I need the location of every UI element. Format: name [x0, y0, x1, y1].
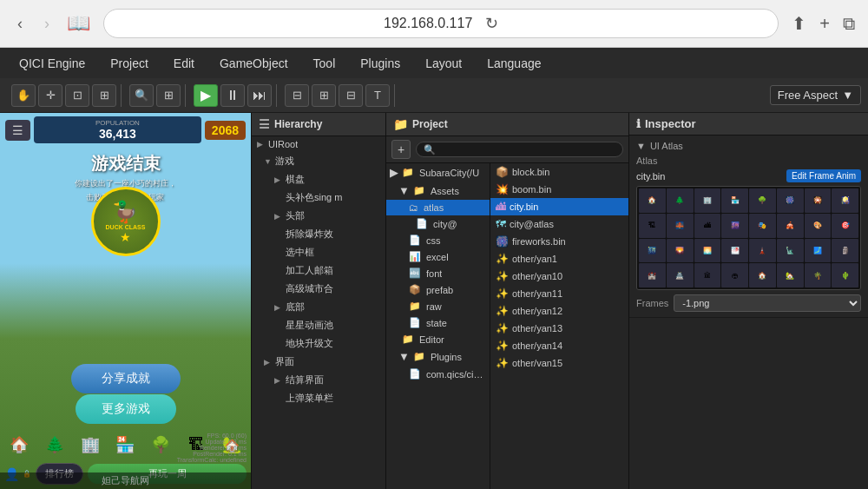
hierarchy-item[interactable]: 星星动画池 — [252, 316, 385, 334]
project-file-item[interactable]: ✨other/yan10 — [490, 268, 628, 285]
project-file-item[interactable]: ✨other/yan1 — [490, 250, 628, 268]
project-tree-item[interactable]: 📁Editor — [386, 331, 490, 347]
project-tree-item[interactable]: 📁raw — [386, 298, 490, 314]
watermark: 妲己导航网 — [0, 472, 251, 489]
project-search-input[interactable] — [416, 142, 623, 157]
forward-button[interactable]: › — [40, 10, 54, 37]
inspector-panel: ℹ Inspector ▼ UI Atlas Atlas city.bin Ed… — [629, 113, 868, 489]
share-icon[interactable]: ⬆ — [792, 13, 806, 34]
file-type-icon: 📦 — [496, 166, 509, 178]
grid-tool-button[interactable]: ⊞ — [156, 84, 181, 107]
hierarchy-item[interactable]: 拆除爆炸效 — [252, 225, 385, 243]
project-tree-item[interactable]: 📄city@ — [386, 215, 490, 232]
project-file-item[interactable]: ✨other/yan13 — [490, 320, 628, 337]
project-file-item[interactable]: 🎆fireworks.bin — [490, 233, 628, 250]
tree-item-icon: ▼ — [398, 350, 410, 363]
crop-tool-button[interactable]: ⊞ — [92, 84, 116, 107]
hierarchy-item-label: 星星动画池 — [286, 319, 333, 332]
hierarchy-item[interactable]: 头补色sing m — [252, 188, 385, 207]
pause-button[interactable]: ⏸ — [220, 84, 245, 107]
project-tree-item[interactable]: 📄com.qics/city.bi — [386, 366, 490, 382]
rect-tool-button[interactable]: ⊡ — [65, 84, 89, 107]
layout2-button[interactable]: ⊞ — [312, 84, 336, 107]
menu-tool[interactable]: Tool — [303, 53, 346, 74]
atlas-cell: 🌵 — [832, 263, 858, 287]
tile-5: 🌳 — [144, 435, 178, 454]
hierarchy-item[interactable]: 加工人邮箱 — [252, 261, 385, 280]
atlas-cell: 🎪 — [777, 214, 804, 238]
project-tree-item[interactable]: ▼📁Assets — [386, 182, 490, 200]
zoom-tool-button[interactable]: 🔍 — [129, 84, 154, 107]
menu-layout[interactable]: Layout — [415, 53, 472, 74]
step-button[interactable]: ⏭ — [247, 84, 272, 107]
hierarchy-item[interactable]: 高级城市合 — [252, 280, 385, 298]
file-type-icon: ✨ — [496, 253, 509, 265]
hierarchy-item[interactable]: ▼ 游戏 — [252, 152, 385, 170]
game-menu-icon[interactable]: ☰ — [5, 120, 30, 141]
layout1-button[interactable]: ⊟ — [285, 84, 309, 107]
hierarchy-item[interactable]: 选中框 — [252, 243, 385, 261]
project-tree-item[interactable]: 📄css — [386, 232, 490, 248]
free-aspect-dropdown[interactable]: Free Aspect ▼ — [770, 85, 861, 105]
file-name: boom.bin — [512, 184, 551, 195]
share-achievement-button[interactable]: 分享成就 — [71, 364, 181, 393]
project-file-item[interactable]: ✨other/yan12 — [490, 302, 628, 320]
project-add-button[interactable]: + — [391, 140, 411, 159]
inspector-info-icon: ℹ — [636, 117, 641, 130]
hierarchy-item[interactable]: ▶ 界面 — [252, 353, 385, 371]
project-tree-item[interactable]: 🗂atlas — [386, 200, 490, 215]
hierarchy-item[interactable]: ▶ 棋盘 — [252, 170, 385, 188]
move-tool-button[interactable]: ✛ — [38, 84, 62, 107]
layout3-button[interactable]: ⊟ — [339, 84, 363, 107]
tile-2: 🌲 — [38, 435, 72, 454]
edit-frame-anim-button[interactable]: Edit Frame Anim — [786, 169, 861, 182]
debug-transform: TransformCalc: undefined — [177, 457, 247, 463]
project-file-item[interactable]: ✨other/yan11 — [490, 285, 628, 302]
layout4-button[interactable]: T — [365, 84, 390, 107]
frames-select[interactable]: -1.png — [674, 294, 861, 312]
project-tree-item[interactable]: 🔤font — [386, 265, 490, 281]
tree-item-label: excel — [426, 252, 449, 262]
project-tree-item[interactable]: 📦prefab — [386, 281, 490, 298]
project-tree-item[interactable]: 📄state — [386, 314, 490, 331]
file-type-icon: ✨ — [496, 322, 509, 334]
tree-item-label: font — [426, 268, 442, 279]
atlas-cell: 🏗 — [639, 214, 666, 238]
hierarchy-item[interactable]: ▶ 结算界面 — [252, 371, 385, 389]
project-file-item[interactable]: 📦block.bin — [490, 163, 628, 181]
menu-language[interactable]: Language — [477, 53, 551, 74]
hierarchy-item[interactable]: ▶ 底部 — [252, 298, 385, 316]
tree-item-label: state — [426, 318, 447, 328]
more-games-button[interactable]: 更多游戏 — [76, 394, 176, 424]
menu-plugins[interactable]: Plugins — [350, 53, 411, 74]
back-button[interactable]: ‹ — [13, 10, 27, 37]
add-tab-icon[interactable]: + — [819, 14, 830, 34]
project-content: ▶📁SubaraCity(/U▼📁Assets🗂atlas📄city@📄css📊… — [386, 163, 628, 489]
project-file-item[interactable]: 💥boom.bin — [490, 181, 628, 198]
hierarchy-item[interactable]: 地块升级文 — [252, 334, 385, 353]
url-bar[interactable]: 192.168.0.117 ↻ — [103, 9, 779, 38]
project-file-item[interactable]: ✨other/yan14 — [490, 337, 628, 354]
atlas-cell: 🌲 — [667, 188, 694, 213]
project-tree: ▶📁SubaraCity(/U▼📁Assets🗂atlas📄city@📄css📊… — [386, 163, 490, 489]
hierarchy-header: ☰ Hierarchy — [252, 113, 385, 136]
project-tree-item[interactable]: 📊excel — [386, 248, 490, 265]
hierarchy-item[interactable]: 上弹菜单栏 — [252, 389, 385, 407]
menu-edit[interactable]: Edit — [163, 53, 205, 74]
hand-tool-button[interactable]: ✋ — [11, 84, 36, 107]
play-button[interactable]: ▶ — [194, 84, 218, 107]
project-file-item[interactable]: 🗺city@atlas — [490, 215, 628, 233]
tool-group-layout: ⊟ ⊞ ⊟ T — [280, 84, 395, 107]
hierarchy-item[interactable]: ▶ UIRoot — [252, 136, 385, 152]
menu-gameobject[interactable]: GameObject — [209, 53, 299, 74]
project-tree-item[interactable]: ▶📁SubaraCity(/U — [386, 163, 490, 182]
menu-project[interactable]: Project — [100, 53, 159, 74]
project-file-item[interactable]: ✨other/van15 — [490, 354, 628, 372]
hierarchy-item[interactable]: ▶ 头部 — [252, 207, 385, 225]
project-tree-item[interactable]: ▼📁Plugins — [386, 347, 490, 366]
tabs-icon[interactable]: ⧉ — [843, 14, 855, 34]
menu-bar: QICI Engine Project Edit GameObject Tool… — [0, 48, 868, 78]
menu-qici-engine[interactable]: QICI Engine — [9, 53, 95, 74]
reload-icon[interactable]: ↻ — [485, 14, 498, 33]
project-file-item[interactable]: 🏙city.bin — [490, 198, 628, 215]
